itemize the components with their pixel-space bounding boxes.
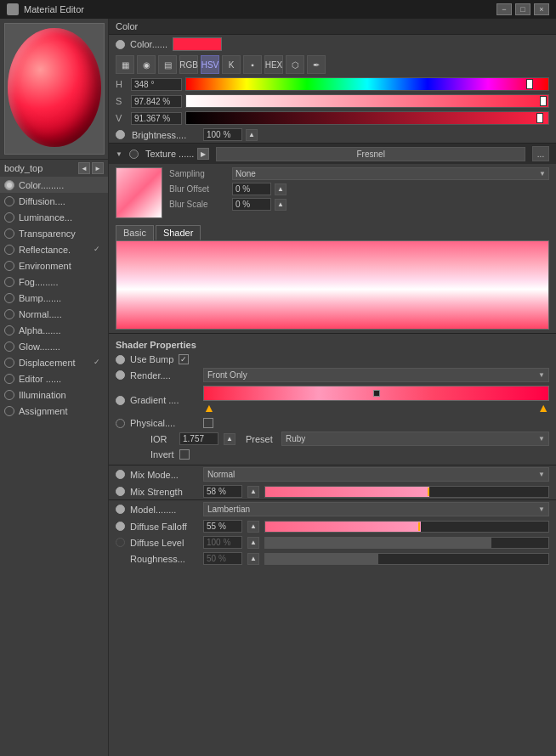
use-bump-checkbox[interactable] [179,354,189,364]
mix-section: Mix Mode... Normal ▼ Mix Strength ▲ [109,465,556,499]
diffuse-level-input[interactable] [203,536,242,549]
kelvin-icon[interactable]: K [222,55,241,74]
preview-right-arrow[interactable]: ► [92,162,104,174]
sidebar-item-color[interactable]: Color......... [0,177,108,193]
sidebar-label-fog: Fog......... [19,277,104,287]
model-dropdown[interactable]: Lambertian ▼ [203,502,549,516]
brightness-input[interactable] [203,128,242,141]
physical-checkbox[interactable] [203,418,213,428]
roughness-input[interactable] [203,552,242,565]
preview-label-row: body_top ◄ ► [0,159,108,177]
diffuse-level-arrow[interactable]: ▲ [247,537,259,549]
gradient-stop-left[interactable]: ▲ [203,401,215,415]
tab-basic[interactable]: Basic [116,225,154,240]
val-thumb[interactable] [536,113,543,123]
model-radio[interactable] [116,505,125,514]
maximize-button[interactable]: □ [515,3,530,15]
hue-input[interactable] [131,78,182,91]
gradient-icon[interactable]: ▦ [116,55,134,74]
hue-thumb[interactable] [526,79,533,89]
mix-strength-radio[interactable] [116,487,125,496]
blur-offset-arrow[interactable]: ▲ [275,183,287,195]
sidebar-item-luminance[interactable]: Luminance... [0,209,108,225]
texture-radio[interactable] [129,150,139,159]
mix-mode-radio[interactable] [116,470,125,479]
sidebar-item-editor[interactable]: Editor ...... [0,370,108,386]
mix-strength-arrow[interactable]: ▲ [247,486,259,498]
gradient-radio[interactable] [116,396,125,405]
palette-icon[interactable]: ⬡ [286,55,304,74]
sidebar-item-bump[interactable]: Bump....... [0,290,108,306]
preset-dropdown[interactable]: Ruby ▼ [281,432,549,446]
shader-props: Shader Properties Use Bump Render.... Fr… [109,333,556,465]
blur-offset-input[interactable] [232,183,271,195]
color-radio[interactable] [116,40,125,49]
color-wheel-icon[interactable]: ◉ [137,55,156,74]
color-label: Color...... [130,39,167,49]
reflectance-check: ✓ [94,245,104,255]
render-radio[interactable] [116,370,125,380]
blur-scale-row: Blur Scale ▲ [169,198,549,211]
use-bump-radio[interactable] [116,355,125,364]
texture-more-btn[interactable]: ... [532,146,549,161]
eyedropper-icon[interactable]: ✒ [307,55,326,74]
render-dropdown-arrow: ▼ [538,371,545,379]
sidebar-item-assignment[interactable]: Assignment [0,403,108,419]
preset-value: Ruby [286,434,305,443]
render-dropdown[interactable]: Front Only ▼ [203,368,549,382]
diffuse-falloff-arrow[interactable]: ▲ [247,521,259,533]
sat-input[interactable] [131,95,182,108]
sidebar-label-diffusion: Diffusion.... [19,196,104,206]
sidebar-item-transparency[interactable]: Transparency [0,225,108,241]
sat-track[interactable] [185,94,549,108]
mix-mode-row: Mix Mode... Normal ▼ [109,465,556,483]
diffuse-falloff-input[interactable] [203,520,242,533]
diffuse-falloff-track[interactable] [264,521,549,533]
sidebar-item-environment[interactable]: Environment [0,257,108,274]
texture-expand-arrow[interactable]: ▼ [116,150,122,158]
roughness-track [264,553,549,565]
brightness-radio[interactable] [116,130,125,139]
sidebar-item-normal[interactable]: Normal..... [0,306,108,322]
gradient-stop-right[interactable]: ▲ [537,401,549,415]
spectrum-icon[interactable]: ▤ [158,55,177,74]
blur-scale-arrow[interactable]: ▲ [275,199,287,211]
rgb-icon[interactable]: RGB [179,55,198,74]
sidebar-item-fog[interactable]: Fog......... [0,274,108,290]
preview-left-arrow[interactable]: ◄ [78,162,90,174]
val-track[interactable] [185,111,549,125]
hue-track[interactable] [185,77,549,91]
gradient-bar[interactable] [203,386,549,401]
tab-shader[interactable]: Shader [156,225,201,240]
hex-icon[interactable]: HEX [264,55,283,74]
ior-arrow[interactable]: ▲ [224,433,235,445]
mix-mode-dropdown-arrow: ▼ [538,471,545,478]
close-button[interactable]: × [534,3,549,15]
sidebar-item-displacement[interactable]: Displacement ✓ [0,354,108,370]
ior-input[interactable] [179,432,218,445]
minimize-button[interactable]: − [496,3,512,15]
sampling-dropdown[interactable]: None ▼ [232,167,549,180]
sidebar-item-illumination[interactable]: Illumination [0,386,108,403]
mix-strength-track[interactable] [264,486,549,498]
sidebar-item-alpha[interactable]: Alpha....... [0,322,108,338]
texture-play-btn[interactable]: ▶ [197,148,209,160]
sidebar-item-glow[interactable]: Glow........ [0,338,108,354]
roughness-arrow[interactable]: ▲ [247,553,259,565]
mix-mode-dropdown[interactable]: Normal ▼ [203,467,549,482]
sidebar-item-diffusion[interactable]: Diffusion.... [0,193,108,209]
mix-strength-input[interactable] [203,485,242,498]
blur-scale-input[interactable] [232,198,271,211]
invert-checkbox[interactable] [179,449,190,460]
physical-radio[interactable] [116,419,125,428]
sat-thumb[interactable] [540,96,547,106]
shader-props-header: Shader Properties [109,337,556,353]
mixer-icon[interactable]: ▪ [243,55,262,74]
brightness-up-arrow[interactable]: ▲ [246,129,258,141]
hsv-icon[interactable]: HSV [201,55,219,74]
diffuse-level-radio[interactable] [116,538,125,547]
diffuse-falloff-radio[interactable] [116,522,125,531]
color-swatch[interactable] [173,37,222,51]
sidebar-item-reflectance[interactable]: Reflectance. ✓ [0,241,108,257]
val-input[interactable] [131,112,182,125]
